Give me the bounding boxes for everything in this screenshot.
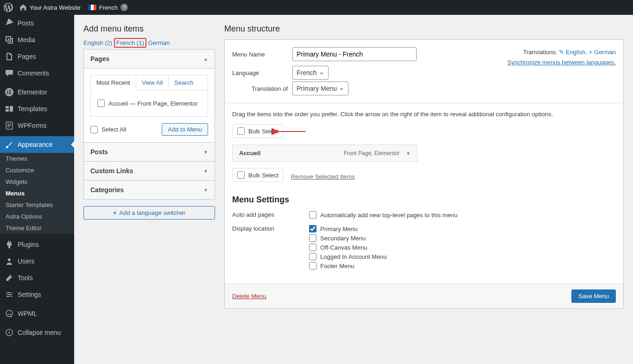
menu-appearance[interactable]: Appearance	[0, 136, 74, 153]
chevron-down-icon: ▼	[406, 151, 411, 156]
svg-rect-2	[9, 90, 11, 91]
tab-view-all[interactable]: View All	[136, 75, 169, 90]
svg-point-9	[8, 258, 11, 261]
menu-item-title: Accueil	[239, 150, 260, 157]
loc-secondary-checkbox[interactable]	[309, 234, 316, 242]
sub-menus[interactable]: Menus	[0, 188, 74, 199]
menu-plugins[interactable]: Plugins	[0, 236, 74, 253]
comments-icon	[5, 69, 14, 78]
pin-icon	[5, 19, 14, 28]
custom-links-panel-header[interactable]: Custom Links ▼	[84, 161, 215, 180]
templates-icon	[5, 104, 14, 113]
remove-selected-link[interactable]: Remove Selected Items	[291, 173, 355, 180]
svg-rect-6	[7, 124, 11, 125]
help-icon[interactable]: ?	[120, 4, 128, 11]
bulk-select-bottom-label: Bulk Select	[248, 172, 279, 179]
select-all-checkbox[interactable]	[90, 126, 98, 133]
save-menu-button[interactable]: Save Menu	[571, 289, 616, 303]
menu-settings[interactable]: Settings	[0, 286, 74, 303]
collapse-icon	[5, 328, 14, 337]
sub-widgets[interactable]: Widgets	[0, 176, 74, 188]
svg-rect-8	[7, 126, 10, 127]
posts-panel-header[interactable]: Posts ▼	[84, 142, 215, 161]
menu-tools[interactable]: Tools	[0, 270, 74, 286]
chevron-up-icon: ▲	[203, 56, 208, 62]
language-indicator[interactable]: French ?	[84, 4, 132, 11]
loc-loggedin-label: Logged In Account Menu	[320, 253, 387, 260]
pages-inner-tabs: Most Recent View All Search	[90, 75, 208, 90]
add-to-menu-button[interactable]: Add to Menu	[162, 123, 208, 136]
loc-footer-label: Footer Menu	[320, 263, 354, 270]
svg-point-10	[6, 310, 13, 317]
menu-wpml[interactable]: WPML	[0, 305, 74, 322]
translation-english-link[interactable]: ✎ English,	[559, 49, 589, 56]
svg-rect-3	[9, 92, 11, 93]
delete-menu-link[interactable]: Delete Menu	[232, 293, 266, 300]
sub-astra[interactable]: Astra Options	[0, 211, 74, 222]
sync-menus-link[interactable]: Synchronize menus between languages.	[507, 59, 616, 66]
lang-tab-english[interactable]: English (2)	[83, 39, 112, 46]
loc-offcanvas-label: Off-Canvas Menu	[320, 244, 367, 251]
translations-label: Translations:	[523, 49, 557, 56]
auto-add-option: Automatically add new top-level pages to…	[320, 212, 457, 219]
menu-settings-heading: Menu Settings	[232, 195, 616, 205]
collapse-menu[interactable]: Collapse menu	[0, 324, 74, 341]
translation-of-select[interactable]: Primary Menu	[292, 82, 348, 95]
admin-sidebar: Posts Media Pages Comments Elementor Tem…	[0, 15, 74, 364]
menu-item-type: Front Page, Elementor	[344, 150, 400, 157]
menu-users[interactable]: Users	[0, 253, 74, 270]
select-all-label: Select All	[101, 126, 126, 133]
language-tabs: English (2) French (1) German	[83, 39, 215, 46]
svg-rect-7	[7, 125, 11, 126]
auto-add-label: Auto add pages	[232, 211, 309, 218]
wp-logo-icon[interactable]	[4, 3, 13, 12]
sub-themes[interactable]: Themes	[0, 153, 74, 164]
auto-add-checkbox[interactable]	[309, 211, 316, 219]
tab-search[interactable]: Search	[169, 75, 199, 90]
language-label: Language	[232, 69, 292, 76]
menu-templates[interactable]: Templates	[0, 100, 74, 117]
site-name-link[interactable]: Your Astra Website	[16, 4, 84, 11]
menu-elementor[interactable]: Elementor	[0, 84, 74, 100]
menu-media[interactable]: Media	[0, 31, 74, 48]
translation-of-label: Translation of	[232, 85, 292, 92]
categories-panel-header[interactable]: Categories ▼	[84, 180, 215, 199]
sub-starter[interactable]: Starter Templates	[0, 199, 74, 211]
loc-offcanvas-checkbox[interactable]	[309, 244, 316, 251]
language-select[interactable]: French	[292, 66, 329, 80]
menu-comments[interactable]: Comments	[0, 65, 74, 82]
page-accueil-label: Accueil — Front Page, Elementor	[108, 100, 198, 107]
menu-structure-heading: Menu structure	[224, 24, 624, 34]
tools-icon	[5, 273, 14, 282]
admin-bar: Your Astra Website French ?	[0, 0, 633, 15]
loc-primary-checkbox[interactable]	[309, 225, 316, 232]
add-language-switcher-button[interactable]: + Add a language switcher	[83, 206, 215, 220]
menu-posts[interactable]: Posts	[0, 15, 74, 31]
pages-panel-header[interactable]: Pages ▲	[84, 50, 215, 69]
bulk-select-bottom-checkbox[interactable]	[237, 171, 245, 179]
plus-icon: +	[589, 49, 594, 56]
loc-footer-checkbox[interactable]	[309, 262, 316, 270]
sub-theme-editor[interactable]: Theme Editor	[0, 222, 74, 234]
menu-item-accueil[interactable]: Accueil Front Page, Elementor ▼	[232, 144, 418, 162]
svg-rect-1	[7, 90, 8, 94]
sub-customize[interactable]: Customize	[0, 164, 74, 176]
translation-german-link[interactable]: + German	[589, 49, 616, 56]
menu-pages[interactable]: Pages	[0, 48, 74, 65]
menu-name-input[interactable]	[292, 47, 417, 61]
loc-loggedin-checkbox[interactable]	[309, 253, 316, 260]
wpforms-icon	[5, 121, 14, 130]
add-items-heading: Add menu items	[83, 24, 215, 34]
media-icon	[5, 35, 14, 44]
bulk-select-top-checkbox[interactable]	[237, 127, 245, 135]
lang-tab-french[interactable]: French (1)	[116, 39, 144, 46]
loc-primary-label: Primary Menu	[320, 226, 358, 232]
page-accueil-checkbox[interactable]	[97, 100, 105, 107]
display-location-label: Display location	[232, 225, 309, 232]
plus-icon: +	[113, 209, 117, 216]
pages-icon	[5, 52, 14, 61]
menu-wpforms[interactable]: WPForms	[0, 117, 74, 134]
lang-tab-german[interactable]: German	[148, 39, 170, 46]
brush-icon	[5, 140, 14, 149]
tab-most-recent[interactable]: Most Recent	[91, 75, 136, 90]
